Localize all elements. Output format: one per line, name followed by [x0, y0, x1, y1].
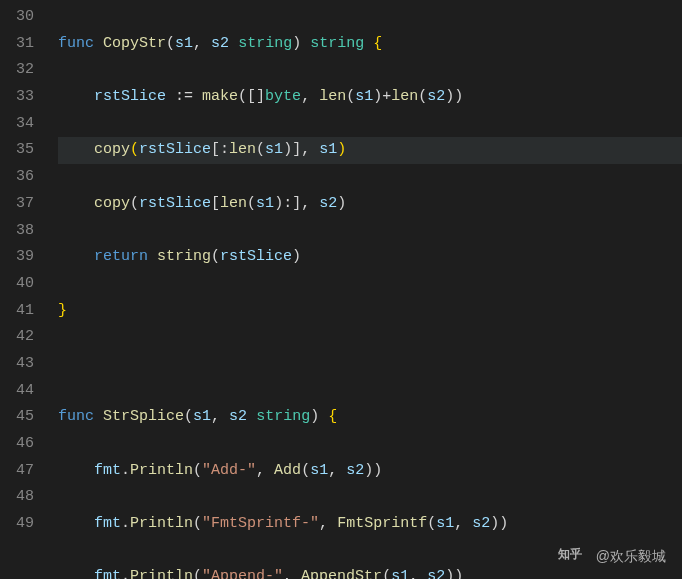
line-number: 49 [10, 511, 34, 538]
line-number: 42 [10, 324, 34, 351]
code-editor: 30 31 32 33 34 35 36 37 38 39 40 41 42 4… [0, 0, 682, 579]
code-line[interactable]: func StrSplice(s1, s2 string) { [58, 404, 682, 431]
line-number: 47 [10, 458, 34, 485]
line-number-gutter: 30 31 32 33 34 35 36 37 38 39 40 41 42 4… [0, 0, 50, 579]
code-line[interactable]: func CopyStr(s1, s2 string) string { [58, 31, 682, 58]
line-number: 41 [10, 298, 34, 325]
line-number: 36 [10, 164, 34, 191]
line-number: 30 [10, 4, 34, 31]
code-line[interactable]: return string(rstSlice) [58, 244, 682, 271]
zhihu-logo-icon: 知乎 [558, 544, 588, 569]
line-number: 39 [10, 244, 34, 271]
line-number: 33 [10, 84, 34, 111]
line-number: 44 [10, 378, 34, 405]
line-number: 31 [10, 31, 34, 58]
code-line[interactable]: } [58, 298, 682, 325]
line-number: 40 [10, 271, 34, 298]
line-number: 46 [10, 431, 34, 458]
line-number: 34 [10, 111, 34, 138]
code-area[interactable]: func CopyStr(s1, s2 string) string { rst… [50, 0, 682, 579]
watermark: 知乎 @欢乐毅城 [558, 544, 666, 569]
line-number: 32 [10, 57, 34, 84]
line-number: 43 [10, 351, 34, 378]
watermark-text: @欢乐毅城 [596, 544, 666, 569]
line-number: 37 [10, 191, 34, 218]
line-number: 48 [10, 484, 34, 511]
line-number: 35 [10, 137, 34, 164]
code-line[interactable]: rstSlice := make([]byte, len(s1)+len(s2)… [58, 84, 682, 111]
code-line[interactable] [58, 351, 682, 378]
code-line[interactable]: fmt.Println("FmtSprintf-", FmtSprintf(s1… [58, 511, 682, 538]
line-number: 38 [10, 218, 34, 245]
code-line[interactable]: copy(rstSlice[len(s1):], s2) [58, 191, 682, 218]
line-number: 45 [10, 404, 34, 431]
code-line[interactable]: fmt.Println("Add-", Add(s1, s2)) [58, 458, 682, 485]
code-line-highlighted[interactable]: copy(rstSlice[:len(s1)], s1) [58, 137, 682, 164]
svg-text:知乎: 知乎 [558, 547, 582, 561]
